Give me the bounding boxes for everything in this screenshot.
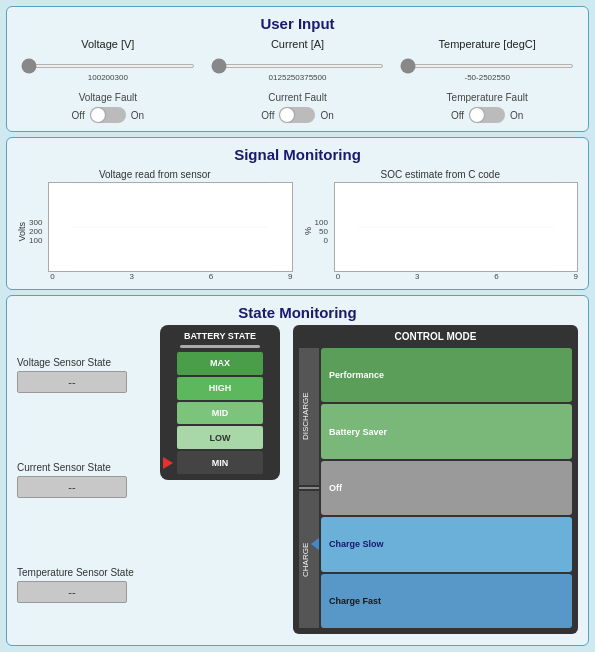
soc-y-wrapper: % 100 50 0 <box>303 182 331 281</box>
signal-monitoring-panel: Signal Monitoring Voltage read from sens… <box>6 137 589 290</box>
soc-x-ticks: 0 3 6 9 <box>334 272 578 281</box>
current-track <box>207 54 389 72</box>
state-monitoring-panel: State Monitoring Voltage Sensor State --… <box>6 295 589 646</box>
voltage-fault-group: Voltage Fault Off On <box>17 92 199 123</box>
current-slider-group: Current [A] 0 125 250 375 500 <box>207 38 389 82</box>
current-fault-off-label: Off <box>261 110 274 121</box>
voltage-chart: Voltage read from sensor Volts 300 200 1… <box>17 169 293 281</box>
temperature-fault-label: Temperature Fault <box>447 92 528 103</box>
temperature-fault-on-label: On <box>510 110 523 121</box>
current-ticks: 0 125 250 375 500 <box>267 73 329 82</box>
voltage-sensor-item: Voltage Sensor State -- <box>17 357 147 393</box>
current-fault-group: Current Fault Off On <box>207 92 389 123</box>
battery-level-mid: MID <box>177 402 263 425</box>
voltage-x-ticks: 0 3 6 9 <box>48 272 292 281</box>
soc-svg: 0 3 6 9 <box>334 182 578 281</box>
current-fault-on-label: On <box>320 110 333 121</box>
battery-min-arrow <box>163 457 173 469</box>
current-fault-toggle[interactable] <box>279 107 315 123</box>
soc-y-unit: % <box>303 227 313 235</box>
soc-chart: SOC estimate from C code % 100 50 0 <box>303 169 579 281</box>
temperature-sensor-label: Temperature Sensor State <box>17 567 147 578</box>
voltage-ticks: 100 200 300 <box>86 73 130 82</box>
cm-btn-charge-slow[interactable]: Charge Slow <box>321 517 572 571</box>
soc-y-axis: 100 50 0 <box>315 218 331 245</box>
voltage-sensor-box: -- <box>17 371 127 393</box>
current-sensor-item: Current Sensor State -- <box>17 462 147 498</box>
voltage-label: Voltage [V] <box>81 38 134 50</box>
sensor-states: Voltage Sensor State -- Current Sensor S… <box>17 325 147 634</box>
current-slider[interactable] <box>211 64 385 68</box>
temperature-fault-knob <box>470 108 484 122</box>
current-fault-knob <box>280 108 294 122</box>
current-fault-label: Current Fault <box>268 92 326 103</box>
cm-divider <box>299 487 319 489</box>
charts-row: Voltage read from sensor Volts 300 200 1… <box>17 169 578 281</box>
temperature-fault-toggle-row: Off On <box>451 107 524 123</box>
battery-state-container: BATTERY STATE MAX HIGH MID LOW <box>155 325 285 634</box>
voltage-chart-title: Voltage read from sensor <box>17 169 293 180</box>
voltage-y-wrapper: Volts 300 200 100 <box>17 182 45 281</box>
voltage-sensor-label: Voltage Sensor State <box>17 357 147 368</box>
sliders-row: Voltage [V] 100 200 300 Current [A] 0 12… <box>17 38 578 82</box>
voltage-fault-toggle[interactable] <box>90 107 126 123</box>
temperature-label: Temperature [degC] <box>439 38 536 50</box>
temperature-slider-group: Temperature [degC] -50 -25 0 25 50 <box>396 38 578 82</box>
control-mode-container: CONTROL MODE DISCHARGE CHARGE Performanc… <box>293 325 578 634</box>
voltage-slider-group: Voltage [V] 100 200 300 <box>17 38 199 82</box>
cm-btn-battery-saver[interactable]: Battery Saver <box>321 404 572 458</box>
cm-btn-performance[interactable]: Performance <box>321 348 572 402</box>
battery-level-max: MAX <box>177 352 263 375</box>
battery-level-high: HIGH <box>177 377 263 400</box>
soc-chart-title: SOC estimate from C code <box>303 169 579 180</box>
control-mode-title: CONTROL MODE <box>299 331 572 342</box>
voltage-chart-area: Volts 300 200 100 0 3 <box>17 182 293 281</box>
current-label: Current [A] <box>271 38 324 50</box>
user-input-panel: User Input Voltage [V] 100 200 300 Curre… <box>6 6 589 132</box>
charge-slow-arrow <box>311 538 319 550</box>
battery-state-box: BATTERY STATE MAX HIGH MID LOW <box>160 325 280 480</box>
battery-level-min: MIN <box>177 451 263 474</box>
voltage-svg: 0 3 6 9 <box>48 182 292 281</box>
voltage-fault-off-label: Off <box>72 110 85 121</box>
current-sensor-label: Current Sensor State <box>17 462 147 473</box>
voltage-fault-toggle-row: Off On <box>72 107 145 123</box>
voltage-fault-on-label: On <box>131 110 144 121</box>
current-sensor-box: -- <box>17 476 127 498</box>
temperature-fault-off-label: Off <box>451 110 464 121</box>
current-sensor-value: -- <box>68 481 75 493</box>
voltage-fault-label: Voltage Fault <box>79 92 137 103</box>
state-monitoring-title: State Monitoring <box>17 304 578 321</box>
voltage-slider[interactable] <box>21 64 195 68</box>
current-fault-toggle-row: Off On <box>261 107 334 123</box>
temperature-sensor-item: Temperature Sensor State -- <box>17 567 147 603</box>
state-content: Voltage Sensor State -- Current Sensor S… <box>17 325 578 634</box>
soc-chart-area: % 100 50 0 0 3 6 <box>303 182 579 281</box>
cm-sections-wrapper: DISCHARGE CHARGE Performance Battery Sav… <box>299 348 572 628</box>
battery-indicator <box>180 345 260 348</box>
temperature-ticks: -50 -25 0 25 50 <box>462 73 511 82</box>
cm-btn-charge-fast[interactable]: Charge Fast <box>321 574 572 628</box>
cm-buttons-column: Performance Battery Saver Off Charge Slo… <box>321 348 572 628</box>
cm-charge-label: CHARGE <box>299 491 319 628</box>
temperature-fault-toggle[interactable] <box>469 107 505 123</box>
voltage-sensor-value: -- <box>68 376 75 388</box>
cm-discharge-label: DISCHARGE <box>299 348 319 485</box>
voltage-track <box>17 54 199 72</box>
battery-level-low: LOW <box>177 426 263 449</box>
temperature-track <box>396 54 578 72</box>
voltage-fault-knob <box>91 108 105 122</box>
temperature-fault-group: Temperature Fault Off On <box>396 92 578 123</box>
voltage-y-unit: Volts <box>17 222 27 242</box>
signal-monitoring-title: Signal Monitoring <box>17 146 578 163</box>
battery-levels: MAX HIGH MID LOW MIN <box>177 352 263 474</box>
battery-state-title: BATTERY STATE <box>184 331 256 341</box>
temperature-sensor-value: -- <box>68 586 75 598</box>
cm-btn-off[interactable]: Off <box>321 461 572 515</box>
temperature-sensor-box: -- <box>17 581 127 603</box>
user-input-title: User Input <box>17 15 578 32</box>
control-mode-box: CONTROL MODE DISCHARGE CHARGE Performanc… <box>293 325 578 634</box>
voltage-y-axis: 300 200 100 <box>29 218 45 245</box>
temperature-slider[interactable] <box>400 64 574 68</box>
faults-row: Voltage Fault Off On Current Fault Off O… <box>17 92 578 123</box>
